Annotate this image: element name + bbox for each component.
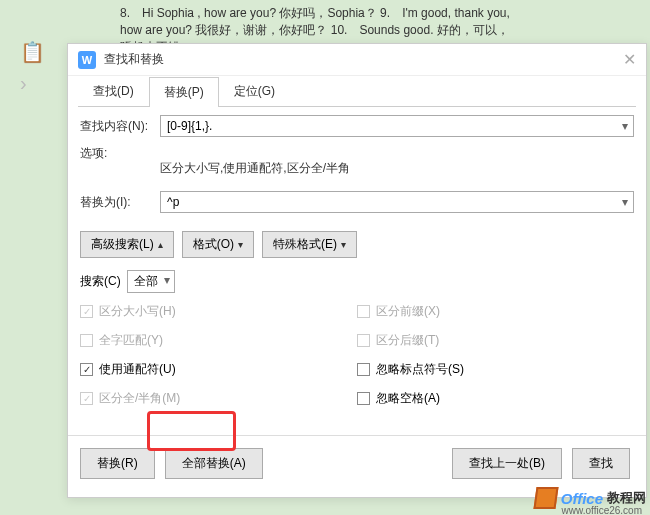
- check-label: 忽略标点符号(S): [376, 361, 464, 378]
- replace-label: 替换为(I):: [80, 194, 160, 211]
- check-label: 使用通配符(U): [99, 361, 176, 378]
- check-label: 区分后缀(T): [376, 332, 439, 349]
- chevron-up-icon: ▴: [158, 239, 163, 250]
- app-icon: W: [78, 51, 96, 69]
- replace-input[interactable]: [160, 191, 634, 213]
- checkbox-icon: ✓: [80, 305, 93, 318]
- dialog-body: 查找内容(N): ▾ 选项: 区分大小写,使用通配符,区分全/半角 替换为(I)…: [68, 107, 646, 427]
- find-prev-button[interactable]: 查找上一处(B): [452, 448, 562, 479]
- check-label: 区分大小写(H): [99, 303, 176, 320]
- checkbox-icon: ✓: [80, 392, 93, 405]
- watermark-url: www.office26.com: [562, 505, 642, 515]
- search-label: 搜索(C): [80, 273, 121, 290]
- check-ignore-space[interactable]: 忽略空格(A): [357, 390, 634, 407]
- special-label: 特殊格式(E): [273, 236, 337, 253]
- check-label: 全字匹配(Y): [99, 332, 163, 349]
- chevron-down-icon: ▾: [164, 273, 170, 287]
- watermark-brand: Office: [561, 490, 603, 507]
- check-label: 区分前缀(X): [376, 303, 440, 320]
- paste-icon[interactable]: 📋: [20, 40, 45, 64]
- check-whole-word: 全字匹配(Y): [80, 332, 357, 349]
- replace-all-button[interactable]: 全部替换(A): [165, 448, 263, 479]
- watermark: Office 教程网 www.office26.com: [535, 487, 646, 509]
- options-label: 选项:: [80, 145, 160, 162]
- tab-replace[interactable]: 替换(P): [149, 77, 219, 107]
- check-match-suffix: 区分后缀(T): [357, 332, 634, 349]
- check-label: 忽略空格(A): [376, 390, 440, 407]
- arrow-icon[interactable]: ›: [20, 72, 45, 95]
- office-logo-icon: [533, 487, 558, 509]
- check-ignore-punct[interactable]: 忽略标点符号(S): [357, 361, 634, 378]
- advanced-search-label: 高级搜索(L): [91, 236, 154, 253]
- dialog-footer: 替换(R) 全部替换(A) 查找上一处(B) 查找: [68, 448, 646, 489]
- divider: [68, 435, 646, 436]
- check-full-half: ✓ 区分全/半角(M): [80, 390, 357, 407]
- check-match-case: ✓ 区分大小写(H): [80, 303, 357, 320]
- find-next-button[interactable]: 查找: [572, 448, 630, 479]
- doc-sidebar-icons: 📋 ›: [20, 40, 45, 95]
- check-use-wildcards[interactable]: ✓ 使用通配符(U): [80, 361, 357, 378]
- tabs: 查找(D) 替换(P) 定位(G): [78, 76, 636, 107]
- chevron-down-icon: ▾: [341, 239, 346, 250]
- checkbox-icon: ✓: [80, 363, 93, 376]
- options-text: 区分大小写,使用通配符,区分全/半角: [160, 160, 634, 177]
- close-icon[interactable]: ✕: [623, 50, 636, 69]
- search-scope-value: 全部: [134, 274, 158, 288]
- checkbox-icon: [357, 305, 370, 318]
- dialog-title: 查找和替换: [104, 51, 164, 68]
- dialog-titlebar: W 查找和替换 ✕: [68, 44, 646, 76]
- check-match-prefix: 区分前缀(X): [357, 303, 634, 320]
- format-label: 格式(O): [193, 236, 234, 253]
- check-label: 区分全/半角(M): [99, 390, 180, 407]
- checkbox-icon: [357, 392, 370, 405]
- search-scope-select[interactable]: 全部 ▾: [127, 270, 175, 293]
- advanced-search-button[interactable]: 高级搜索(L) ▴: [80, 231, 174, 258]
- checkbox-icon: [357, 363, 370, 376]
- format-button[interactable]: 格式(O) ▾: [182, 231, 254, 258]
- tab-find[interactable]: 查找(D): [78, 76, 149, 106]
- checkbox-icon: [357, 334, 370, 347]
- find-label: 查找内容(N):: [80, 118, 160, 135]
- special-button[interactable]: 特殊格式(E) ▾: [262, 231, 357, 258]
- checkbox-icon: [80, 334, 93, 347]
- find-input[interactable]: [160, 115, 634, 137]
- tab-goto[interactable]: 定位(G): [219, 76, 290, 106]
- find-replace-dialog: W 查找和替换 ✕ 查找(D) 替换(P) 定位(G) 查找内容(N): ▾ 选…: [67, 43, 647, 498]
- replace-button[interactable]: 替换(R): [80, 448, 155, 479]
- chevron-down-icon: ▾: [238, 239, 243, 250]
